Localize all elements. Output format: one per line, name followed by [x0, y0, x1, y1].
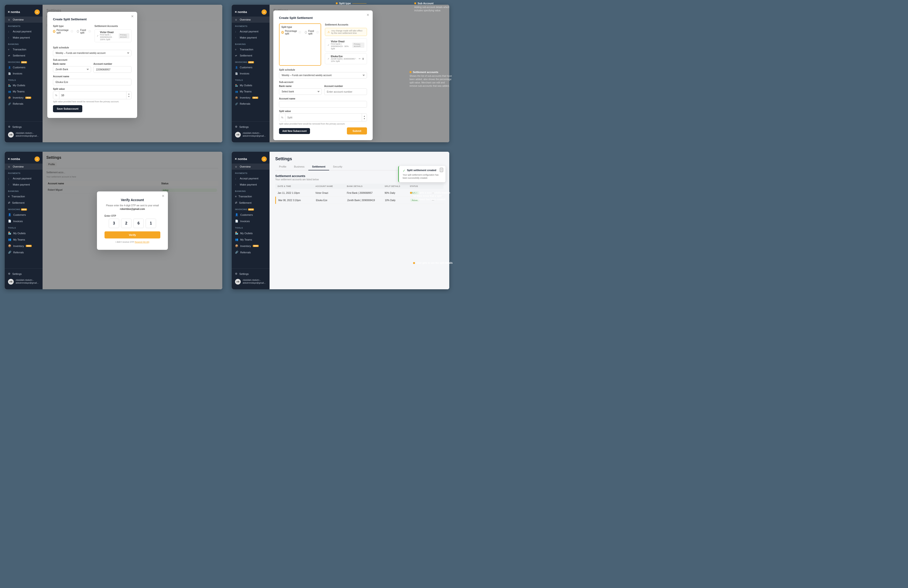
submit-button[interactable]: Submit: [347, 127, 367, 135]
sidebar-inventory-2[interactable]: 📦InventoryNEW: [232, 95, 270, 101]
toast-check-icon: ✓: [403, 169, 406, 172]
percentage-split-option[interactable]: Percentage split ⓘ: [53, 29, 73, 34]
sidebar-overview-4[interactable]: ⊙Overview: [232, 164, 270, 170]
otp-box-3[interactable]: [134, 218, 144, 228]
sidebar-referrals-3[interactable]: 🔗Referrals: [5, 249, 43, 255]
sidebar-settlement-4[interactable]: ⇄Settlement: [232, 199, 270, 206]
sidebar-item-teams[interactable]: 👥 My Teams: [5, 88, 43, 95]
sidebar-customers-2[interactable]: 👤Customers: [232, 64, 270, 71]
sidebar-make-2[interactable]: ↑Make payment: [232, 34, 270, 41]
sidebar-transaction-4[interactable]: ≡Transaction: [232, 193, 270, 199]
sidebar-item-transaction[interactable]: ≡ Transaction: [5, 46, 43, 53]
sidebar-invoices-3[interactable]: 📄Invoices: [5, 218, 43, 224]
account-name-input[interactable]: [53, 79, 132, 85]
acct-name-input-2[interactable]: [279, 101, 367, 108]
modal-close-2[interactable]: ✕: [367, 13, 369, 16]
sidebar-settings-3[interactable]: ⚙Settings: [5, 271, 43, 277]
avatar[interactable]: A: [34, 10, 40, 14]
split-schedule-select[interactable]: Weekly – Funds are transferred weekly ac…: [53, 50, 132, 56]
toast-close[interactable]: ✕: [440, 168, 443, 172]
verify-subtitle: Please enter the 4-digit OTP we sent to …: [105, 204, 160, 211]
otp-box-2[interactable]: [121, 218, 132, 228]
sidebar-item-inventory[interactable]: 📦 Inventory NEW: [5, 95, 43, 101]
sidebar-settlement-3[interactable]: ⇄Settlement: [5, 199, 43, 206]
quadrant-2: Split type Sub Account Adding sub-accoun…: [227, 0, 454, 147]
tab-profile-4[interactable]: Profile: [275, 163, 290, 170]
pct-option-2[interactable]: Percentage split ⓘ: [282, 30, 301, 35]
sidebar-accept-4[interactable]: ↓Accept payment: [232, 175, 270, 182]
sidebar-accept-2[interactable]: ↓Accept payment: [232, 28, 270, 34]
sidebar-item-referrals[interactable]: 🔗 Referrals: [5, 101, 43, 107]
sidebar-item-overview-2[interactable]: ⊙ Overview: [232, 16, 270, 22]
sidebar-outlets-3[interactable]: 🏪My Outlets: [5, 230, 43, 236]
sidebar-overview-3[interactable]: ⊙Overview: [5, 164, 43, 170]
sidebar-settlement-2[interactable]: ⇄Settlement: [232, 53, 270, 59]
modal-close-1[interactable]: ✕: [131, 14, 134, 18]
schedule-select-2[interactable]: Weekly – Funds are transferred weekly ac…: [279, 72, 367, 79]
sidebar-settings-4[interactable]: ⚙Settings: [232, 271, 270, 277]
sidebar-item-settings[interactable]: ⚙ Settings: [5, 124, 43, 130]
split-val-row-2: % ▲ ▼: [279, 113, 367, 122]
split-spinner[interactable]: ▲ ▼: [126, 92, 131, 99]
sidebar-item-invoices[interactable]: 📄 Invoices: [5, 71, 43, 77]
verify-modal-close[interactable]: ✕: [162, 194, 164, 198]
sidebar-make-4[interactable]: ↑Make payment: [232, 182, 270, 188]
sidebar-teams-2[interactable]: 👥My Teams: [232, 88, 270, 95]
sidebar-teams-4[interactable]: 👥My Teams: [232, 236, 270, 243]
sidebar-make-3[interactable]: ↑Make payment: [5, 182, 43, 188]
resend-link[interactable]: Resend (00:39): [135, 241, 150, 243]
sidebar-referrals-2[interactable]: 🔗Referrals: [232, 101, 270, 107]
split-value-input[interactable]: [60, 92, 126, 99]
sidebar-item-overview[interactable]: ⊙ Overview: [5, 16, 43, 22]
split-spinner-2[interactable]: ▲ ▼: [362, 114, 367, 121]
schedule-group-2: Split schedule Weekly – Funds are transf…: [279, 69, 367, 79]
browser-window-4: ✕ nomba A ⊙Overview PAYMENTS ↓Accept pay…: [232, 152, 449, 289]
sidebar-referrals-4[interactable]: 🔗Referrals: [232, 249, 270, 255]
otp-box-1[interactable]: [109, 218, 119, 228]
sidebar-item-make[interactable]: ↑ Make payment: [5, 34, 43, 41]
sidebar-item-outlets[interactable]: 🏪 My Outlets: [5, 82, 43, 88]
edit-icon[interactable]: ✏: [359, 58, 361, 60]
sidebar-transaction-3[interactable]: ≡Transaction: [5, 193, 43, 199]
sidebar-inventory-3[interactable]: 📦InventoryNEW: [5, 243, 43, 249]
sidebar-accept-3[interactable]: ↓Accept payment: [5, 175, 43, 182]
sidebar-invoices-4[interactable]: 📄Invoices: [232, 218, 270, 224]
avatar-2[interactable]: A: [261, 10, 267, 14]
delete-icon[interactable]: 🗑: [362, 58, 364, 60]
annotation-settlement-accounts: Settlement accounts Shows the list of su…: [409, 71, 452, 88]
settings-title-4: Settings: [270, 152, 449, 161]
sidebar-outlets-4[interactable]: 🏪My Outlets: [232, 230, 270, 236]
sidebar-settings-2[interactable]: ⚙Settings: [232, 124, 270, 130]
tab-business-4[interactable]: Business: [290, 163, 308, 170]
sidebar-invoices-2[interactable]: 📄Invoices: [232, 71, 270, 77]
account-number-input[interactable]: [93, 66, 132, 73]
save-subaccount-button[interactable]: Save Subaccount: [53, 105, 82, 112]
sidebar-item-accept[interactable]: ↓ Accept payment: [5, 28, 43, 34]
sidebar-customers-3[interactable]: 👤Customers: [5, 212, 43, 218]
quadrant-3: ✕ nomba A ⊙Overview PAYMENTS ↓Accept pay…: [0, 147, 227, 294]
fixed-option-2[interactable]: Fixed split ⓘ: [305, 30, 319, 35]
sidebar-customers-4[interactable]: 👤Customers: [232, 212, 270, 218]
make-icon: ↑: [8, 36, 11, 39]
toast-body: Your split settlement configuration has …: [403, 174, 442, 179]
sidebar-item-settlement[interactable]: ⇄ Settlement: [5, 53, 43, 59]
bank-select-2[interactable]: Select bank: [279, 88, 322, 95]
sidebar-outlets-2[interactable]: 🏪My Outlets: [232, 82, 270, 88]
split-val-input-2[interactable]: [285, 114, 362, 121]
fixed-split-option[interactable]: Fixed split ⓘ: [77, 29, 90, 34]
bank-name-select[interactable]: Zenith Bank: [53, 66, 91, 72]
avatar-4[interactable]: A: [261, 156, 267, 162]
sidebar-transaction-2[interactable]: ≡Transaction: [232, 46, 270, 53]
sidebar-inventory-4[interactable]: 📦InventoryNEW: [232, 243, 270, 249]
tab-settlement-4[interactable]: Settlement: [308, 163, 329, 170]
acct-num-group-2: Account number: [324, 85, 367, 95]
tab-security-4[interactable]: Security: [329, 163, 346, 170]
acct-num-input-2[interactable]: [324, 88, 367, 95]
account-name-group: Account name: [53, 75, 132, 85]
sidebar-teams-3[interactable]: 👥My Teams: [5, 236, 43, 243]
verify-button[interactable]: Verify: [105, 231, 160, 238]
add-new-subaccount-button[interactable]: Add New Subaccount: [279, 128, 310, 134]
avatar-3[interactable]: A: [34, 156, 40, 162]
otp-box-4[interactable]: [146, 218, 156, 228]
sidebar-item-customers[interactable]: 👤 Customers: [5, 64, 43, 71]
